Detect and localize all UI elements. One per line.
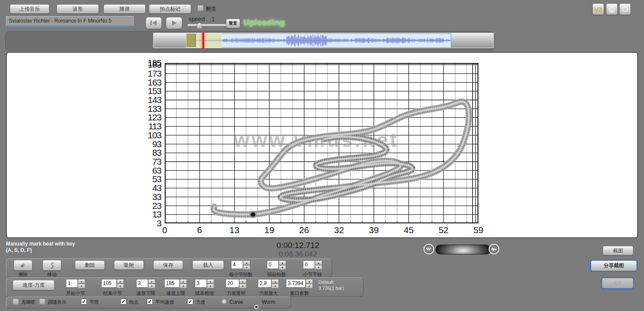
end-bar-spinner-up-icon[interactable]: ▲ [117,279,124,284]
share-screenshot-button[interactable]: 分享截图 [591,260,637,271]
curve-radio-label: Curve [229,299,243,305]
snap-button[interactable]: 吸附 [114,260,144,270]
y-tick-label: 143 [136,95,161,104]
x-tick-label: 39 [362,225,386,235]
worm-chart-panel: 1851831731631531431331231131039383736353… [6,52,638,238]
dyn-transparency-spinner-down-icon[interactable]: ▼ [239,284,246,288]
pickup-beats-spinner-value[interactable]: 0 [267,260,279,269]
screenshot-button[interactable]: 截图 [603,246,633,255]
speed-slider-track[interactable] [187,24,227,26]
tempo-max-spinner-down-icon[interactable]: ▼ [180,284,187,288]
worm-radio-label: Worm [262,299,275,305]
bar-shift-spinner-label: 小节平移 [294,271,332,278]
pickup-beats-spinner-label: 弱起拍数 [258,271,296,278]
tempo-max-spinner-up-icon[interactable]: ▲ [180,279,187,284]
window-param-spinner-down-icon[interactable]: ▼ [306,284,313,288]
version-badge[interactable]: V2 [592,3,604,15]
load-button[interactable]: 载入 [192,260,224,270]
selection-start-line [195,34,196,47]
pickup-beats-spinner-down-icon[interactable]: ▼ [279,265,286,270]
skip-start-icon[interactable] [146,17,162,29]
line-thickness-spinner-up-icon[interactable]: ▲ [207,279,214,284]
line-thickness-spinner-value[interactable]: 3 [195,279,207,288]
track-title-input[interactable] [6,16,134,26]
beats-checkbox[interactable]: ✓ [120,299,126,305]
x-tick-label: 0 [153,225,177,235]
volume-slider[interactable] [435,245,491,254]
pickup-beats-spinner-up-icon[interactable]: ▲ [279,260,286,265]
tempo-min-spinner-value[interactable]: 3 [136,279,148,288]
start-bar-spinner-down-icon[interactable]: ▼ [78,284,85,288]
move-icon[interactable] [43,260,61,271]
worm-radio[interactable] [254,304,259,310]
playhead-cursor[interactable] [203,32,204,49]
bar-shift-spinner-value[interactable]: 0 [303,260,315,269]
volume-min-icon[interactable] [424,244,434,254]
dyn-zoom-spinner-value[interactable]: 2.8 [258,279,272,288]
worm-plot[interactable]: www.vmus.net [165,63,478,223]
waveform-region[interactable] [186,33,451,48]
speed-label: speed [189,16,205,23]
x-tick-label: 19 [258,225,281,235]
smooth-checkbox[interactable]: ✓ [81,299,87,305]
y-tick-label: 13 [136,210,161,219]
dyn-transparency-spinner-up-icon[interactable]: ▲ [239,279,246,284]
y-tick-label: 163 [136,78,161,87]
delete-button[interactable]: 删除 [75,260,105,270]
line-thickness-spinner-down-icon[interactable]: ▼ [207,284,214,288]
home-icon[interactable] [606,3,618,15]
x-tick-label: 32 [327,225,351,235]
y-tick-label: 173 [136,69,161,78]
beat-mark-button[interactable]: 拍点标记 [149,4,191,14]
page-turn-checkbox[interactable] [197,5,203,11]
avg-tempo-checkbox[interactable]: ✓ [147,299,153,305]
end-bar-spinner-label: 结束小节 [94,290,132,297]
end-bar-spinner-down-icon[interactable]: ▼ [117,284,124,288]
tempo-max-spinner-value[interactable]: 185 [164,279,180,288]
ioi-button[interactable]: IOI [602,278,633,288]
speed-reset-button[interactable]: 重置 [226,19,240,28]
default-note-line1: Default: [318,279,344,285]
fullscreen-icon[interactable] [619,3,631,15]
dyn-zoom-spinner-up-icon[interactable]: ▲ [272,279,279,284]
beats-label: 拍点 [129,299,138,305]
upload-music-button[interactable]: 上传音乐 [10,4,49,14]
move-label: 移动 [39,271,65,278]
beats-per-bar-spinner-down-icon[interactable]: ▼ [243,265,250,270]
dyn-zoom-spinner: 2.8▲▼ [258,279,279,288]
tempo-min-spinner-down-icon[interactable]: ▼ [148,284,155,288]
window-param-spinner-up-icon[interactable]: ▲ [306,279,313,284]
window-param-spinner-value[interactable]: 3.7394 [286,279,306,288]
no-tick-checkbox[interactable] [13,299,19,305]
start-bar-spinner-value[interactable]: 1 [66,279,78,288]
play-icon[interactable] [166,17,182,29]
y-tick-label: 133 [136,104,161,113]
eraser-icon[interactable] [14,260,32,271]
x-tick-label: 26 [292,225,316,235]
y-tick-label: 23 [136,201,161,210]
bar-shift-spinner-up-icon[interactable]: ▲ [315,260,322,265]
y-tick-label: 93 [136,140,161,148]
dyn-zoom-spinner-down-icon[interactable]: ▼ [272,284,279,288]
page-turn-label: 翻页 [206,6,216,13]
curve-radio[interactable] [221,299,227,304]
save-button[interactable]: 保存 [153,260,183,270]
dynamics-checkbox[interactable]: ✓ [187,299,193,305]
volume-max-icon[interactable] [489,244,499,254]
bar-shift-spinner-down-icon[interactable]: ▼ [315,265,322,270]
pickup-beats-spinner: 0▲▼ [267,260,286,270]
waveform-button[interactable]: 波形 [57,4,99,14]
follow-music-checkbox[interactable] [39,299,45,305]
beats-per-bar-spinner-up-icon[interactable]: ▲ [243,260,250,265]
end-bar-spinner-value[interactable]: 105 [101,279,117,288]
dyn-transparency-spinner-value[interactable]: 20 [226,279,239,288]
tempo-min-spinner-up-icon[interactable]: ▲ [148,279,155,284]
start-bar-spinner-up-icon[interactable]: ▲ [78,279,85,284]
speed-value: 1 [212,16,215,23]
beats-per-bar-spinner-value[interactable]: 4 [231,260,243,269]
y-tick-label: 83 [136,148,161,157]
tempo-dynamics-mode-button[interactable]: 速度-力度 [13,280,54,290]
spectrum-button[interactable]: 频谱 [103,4,146,14]
y-tick-label: 53 [136,174,161,183]
smooth-label: 平滑 [89,299,99,305]
